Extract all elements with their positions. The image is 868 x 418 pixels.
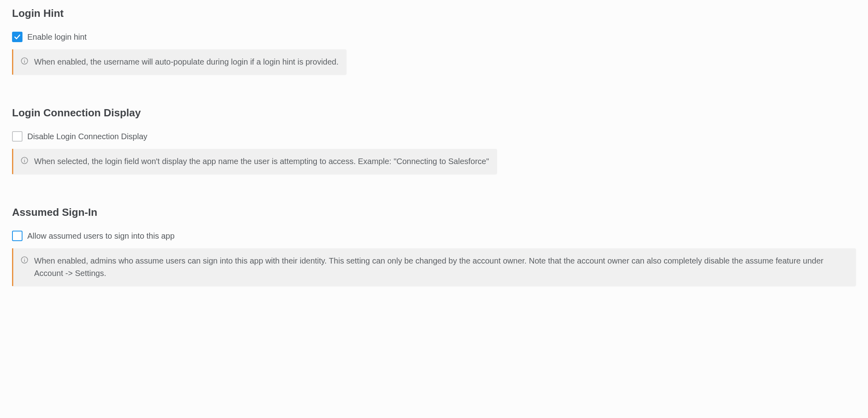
login-connection-title: Login Connection Display [12, 107, 856, 119]
svg-point-8 [24, 258, 25, 259]
login-hint-title: Login Hint [12, 7, 856, 20]
info-icon [20, 256, 29, 264]
assumed-signin-section: Assumed Sign-In Allow assumed users to s… [12, 206, 856, 286]
allow-assumed-users-checkbox[interactable] [12, 231, 22, 241]
assumed-signin-info-text: When enabled, admins who assume users ca… [34, 255, 848, 280]
login-hint-info-text: When enabled, the username will auto-pop… [34, 56, 338, 68]
svg-point-5 [24, 159, 25, 160]
checkmark-icon [14, 33, 21, 41]
allow-assumed-users-row: Allow assumed users to sign into this ap… [12, 231, 856, 241]
assumed-signin-title: Assumed Sign-In [12, 206, 856, 219]
assumed-signin-info-banner: When enabled, admins who assume users ca… [12, 248, 856, 286]
enable-login-hint-checkbox[interactable] [12, 32, 22, 42]
enable-login-hint-row: Enable login hint [12, 32, 856, 42]
disable-login-connection-checkbox[interactable] [12, 131, 22, 142]
allow-assumed-users-label: Allow assumed users to sign into this ap… [27, 231, 175, 241]
login-hint-info-banner: When enabled, the username will auto-pop… [12, 49, 346, 75]
disable-login-connection-row: Disable Login Connection Display [12, 131, 856, 142]
info-icon [20, 57, 29, 65]
login-connection-info-banner: When selected, the login field won't dis… [12, 149, 497, 174]
login-connection-info-text: When selected, the login field won't dis… [34, 155, 489, 168]
login-connection-section: Login Connection Display Disable Login C… [12, 107, 856, 174]
info-icon [20, 156, 29, 164]
enable-login-hint-label: Enable login hint [27, 32, 87, 42]
login-hint-section: Login Hint Enable login hint When enable… [12, 7, 856, 75]
svg-point-2 [24, 59, 25, 60]
disable-login-connection-label: Disable Login Connection Display [27, 132, 147, 141]
